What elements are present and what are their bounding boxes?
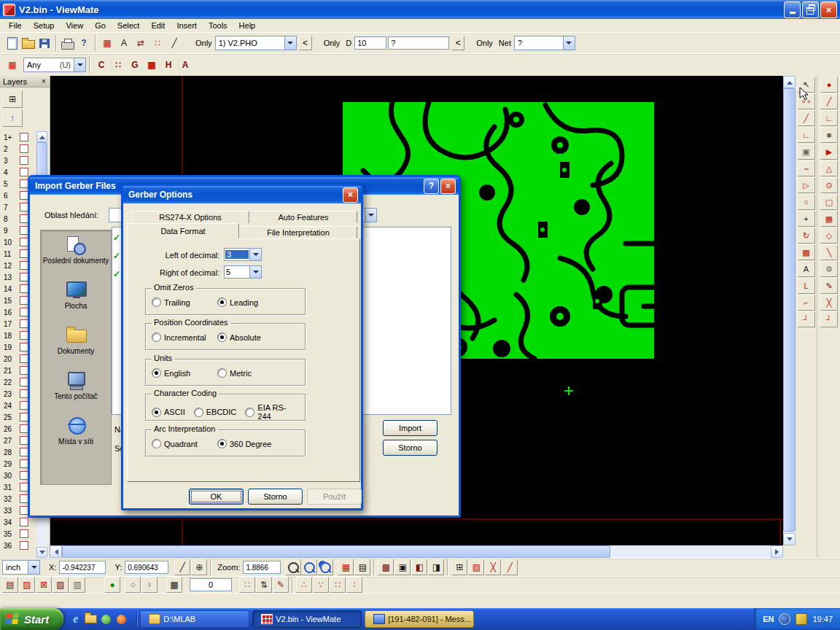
select-type-button[interactable]: H	[160, 57, 176, 73]
menu-item[interactable]: Select	[112, 20, 146, 31]
tool-button[interactable]: ⌐	[798, 295, 815, 311]
right-of-decimal-combo[interactable]: 5	[224, 265, 262, 279]
menu-item[interactable]: View	[60, 20, 89, 31]
scroll-left-button[interactable]	[50, 545, 62, 558]
tool-button[interactable]: ┘	[820, 311, 838, 327]
radio-option[interactable]: ASCII	[152, 408, 185, 417]
snap-option-button[interactable]: ⇅	[256, 577, 272, 593]
canvas-hscrollbar[interactable]	[50, 545, 783, 558]
tool-button[interactable]: ✎	[820, 278, 838, 294]
tool-button[interactable]: ╱	[798, 110, 815, 126]
layer-row[interactable]: 34	[0, 516, 36, 528]
marker-pattern-button[interactable]: ∴	[296, 577, 312, 593]
tool-button[interactable]: ○	[798, 194, 815, 210]
radio-option[interactable]: Quadrant	[152, 439, 217, 448]
layer-color-swatch[interactable]	[20, 518, 28, 526]
layer-color-swatch[interactable]	[20, 168, 28, 176]
snap-option-button[interactable]: ∷	[239, 577, 255, 593]
tab-data-format[interactable]: Data Format	[127, 223, 239, 238]
toolbar-tool-button[interactable]: A	[116, 35, 132, 51]
tool-button[interactable]: ⚙	[820, 261, 838, 277]
chevron-down-icon[interactable]	[365, 209, 376, 222]
layer-display-button[interactable]: ▥	[69, 577, 85, 593]
layer-row[interactable]: 3	[0, 155, 36, 166]
tool-button[interactable]: ∟	[798, 127, 815, 143]
tool-button[interactable]: L	[798, 278, 815, 294]
tab-auto-features[interactable]: Auto Features	[249, 211, 357, 223]
layers-table-button[interactable]: ⊞	[2, 90, 23, 108]
layer-display-button[interactable]: ▧	[52, 577, 69, 593]
places-bar-item[interactable]: Poslední dokumenty	[41, 230, 111, 276]
menu-item[interactable]: Insert	[171, 20, 203, 31]
menu-item[interactable]: File	[3, 20, 28, 31]
tool-button[interactable]: ▦	[820, 211, 838, 227]
green-app-icon[interactable]	[100, 613, 112, 626]
only-layer-label[interactable]: Only	[192, 39, 215, 47]
firefox-icon[interactable]	[115, 613, 128, 626]
language-indicator[interactable]: EN	[763, 615, 774, 623]
probe-button[interactable]: ○	[125, 577, 141, 593]
menu-item[interactable]: Go	[89, 20, 112, 31]
probe-button[interactable]: ♀	[141, 577, 158, 593]
layer-row[interactable]: 36	[0, 540, 36, 551]
taskbar-task-button[interactable]: D:\MLAB	[140, 610, 249, 628]
select-type-button[interactable]: A	[177, 57, 193, 73]
only-net-label[interactable]: Only	[473, 39, 496, 47]
tool-button[interactable]: ▷	[798, 177, 815, 193]
tool-button[interactable]: ╳	[820, 295, 838, 311]
layers-close-icon[interactable]: ×	[39, 77, 48, 85]
chevron-down-icon[interactable]	[284, 36, 296, 50]
radio-option[interactable]: Trailing	[152, 298, 217, 307]
grid-settings-button[interactable]: ▦	[166, 577, 182, 593]
chevron-down-icon[interactable]	[563, 36, 575, 50]
tray-alert-icon[interactable]	[796, 613, 807, 625]
marker-pattern-button[interactable]: ∶	[346, 577, 362, 593]
ok-button[interactable]: OK	[189, 489, 244, 505]
tool-button[interactable]: △	[820, 160, 838, 176]
view-option-button[interactable]: ⊞	[451, 559, 467, 575]
menu-item[interactable]: Edit	[145, 20, 171, 31]
tab-file-interpretation[interactable]: File Interpretation	[239, 226, 357, 238]
layer-display-button[interactable]: ⊠	[36, 577, 52, 593]
chevron-down-icon[interactable]	[249, 249, 261, 260]
snap-option-button[interactable]: ✎	[273, 577, 289, 593]
layer-color-swatch[interactable]	[20, 529, 28, 538]
clock[interactable]: 19:47	[812, 615, 833, 623]
layer-color-swatch[interactable]	[20, 156, 28, 165]
radio-option[interactable]: EBCDIC	[194, 408, 237, 417]
layer-row[interactable]: 1+	[0, 131, 36, 143]
toolbar-tool-button[interactable]: ▦	[99, 35, 115, 51]
layer-row[interactable]: 2	[0, 143, 36, 155]
taskbar-task-button[interactable]: [191-482-091] - Mess...	[365, 610, 474, 628]
tool-button[interactable]: ╲	[820, 244, 838, 260]
select-type-button[interactable]: C	[93, 57, 109, 73]
radio-option[interactable]: EIA RS-244	[245, 403, 293, 421]
minimize-button[interactable]	[784, 1, 801, 18]
import-button[interactable]: Import	[383, 420, 438, 436]
view-option-button[interactable]: ╳	[485, 559, 501, 575]
grid-toggle-button[interactable]: ▦	[338, 559, 354, 575]
layer-display-button[interactable]: ▨	[19, 577, 35, 593]
chevron-down-icon[interactable]	[74, 58, 85, 71]
places-bar-item[interactable]: Dokumenty	[41, 321, 111, 366]
layer-color-swatch[interactable]	[20, 144, 28, 153]
grid-toggle-button[interactable]: ▤	[354, 559, 370, 575]
tool-button[interactable]: ∟	[820, 110, 838, 126]
tool-button[interactable]: ●	[820, 77, 838, 93]
display-mode-button[interactable]: ▩	[378, 559, 394, 575]
toolbar-tool-button[interactable]: ⇄	[133, 35, 149, 51]
close-button[interactable]: ×	[440, 179, 456, 194]
tool-button[interactable]: ⊙	[820, 177, 838, 193]
toolbar-tool-button[interactable]: ∷	[149, 35, 166, 51]
tab-rs274x-options[interactable]: RS274-X Options	[131, 211, 249, 223]
tool-button[interactable]: ▢	[820, 194, 838, 210]
scroll-right-button[interactable]	[771, 545, 783, 558]
left-of-decimal-combo[interactable]: 3	[224, 248, 262, 261]
scroll-up-button[interactable]	[36, 131, 47, 142]
radio-option[interactable]: Leading	[217, 298, 283, 307]
only-dcode-label[interactable]: Only	[321, 39, 343, 47]
chevron-down-icon[interactable]	[249, 266, 261, 278]
open-button[interactable]	[20, 35, 36, 51]
tool-button[interactable]: ▶	[820, 144, 838, 160]
radio-option[interactable]: 360 Degree	[217, 439, 283, 448]
